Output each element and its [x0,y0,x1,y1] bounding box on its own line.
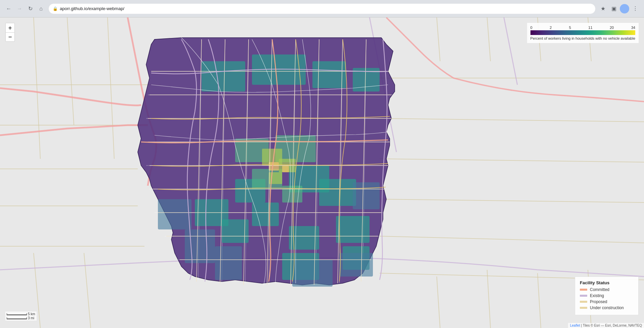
svg-rect-70 [339,253,373,277]
nav-buttons: ← → ↻ ⌂ [4,4,46,13]
svg-rect-67 [185,229,215,263]
address-bar[interactable]: 🔒 aporr.github.io/example-webmap/ [48,3,596,14]
security-icon: 🔒 [53,6,58,11]
tiles-text: | Tiles © Esri — Esri, DeLorme, NAVTEQ [581,324,642,327]
home-button[interactable]: ⌂ [36,4,46,13]
back-button[interactable]: ← [4,4,13,13]
scale-description: Percent of workers living in households … [530,36,635,40]
legend-item-proposed: Proposed [580,299,634,304]
scale-bar-lines: 5 km 3 mi [7,312,35,320]
scale-bar: 5 km 3 mi [5,312,37,321]
legend-item-committed: Committed [580,287,634,292]
existing-swatch [580,295,587,297]
scale-label-0: 0 [530,26,532,30]
leaflet-link[interactable]: Leaflet [570,324,580,327]
existing-label: Existing [590,293,604,298]
map-svg [0,17,644,328]
scale-bar-km: 5 km [7,312,35,316]
svg-rect-64 [269,162,279,171]
color-scale-bar [530,30,635,35]
zoom-controls: + − [5,23,15,42]
map-container[interactable]: + − 0 2 5 11 20 34 Percent of workers li… [0,17,644,328]
forward-button[interactable]: → [15,4,24,13]
svg-rect-68 [215,246,242,280]
extensions-button[interactable]: ▣ [609,4,618,13]
facility-legend-title: Facility Status [580,280,634,285]
scale-label-34: 34 [631,26,635,30]
zoom-out-button[interactable]: − [5,32,15,42]
attribution: Leaflet | Tiles © Esri — Esri, DeLorme, … [568,323,644,328]
svg-rect-43 [202,61,245,92]
scale-km-label: 5 km [28,312,35,316]
scale-label-20: 20 [610,26,614,30]
svg-rect-71 [353,182,380,209]
committed-label: Committed [590,287,609,292]
legend-item-under-construction: Under construction [580,305,634,310]
legend-item-existing: Existing [580,293,634,298]
menu-button[interactable]: ⋮ [631,4,640,13]
scale-label-5: 5 [569,26,571,30]
svg-rect-66 [158,199,191,229]
svg-rect-69 [292,260,333,287]
scale-mi-label: 3 mi [28,316,34,320]
scale-ruler-km [7,313,27,315]
avatar[interactable] [620,4,629,13]
svg-rect-52 [336,216,370,243]
svg-rect-45 [312,61,346,88]
under-construction-swatch [580,307,587,309]
scale-labels: 0 2 5 11 20 34 [530,26,635,30]
facility-legend: Facility Status Committed Existing Propo… [575,277,639,315]
browser-actions: ★ ▣ ⋮ [598,4,640,13]
under-construction-label: Under construction [590,305,624,310]
scale-ruler-mi [7,317,27,319]
proposed-label: Proposed [590,299,607,304]
svg-rect-51 [252,203,279,226]
url-text: aporr.github.io/example-webmap/ [60,6,124,11]
scale-bar-mi: 3 mi [7,316,35,320]
reload-button[interactable]: ↻ [26,4,35,13]
scale-label-11: 11 [588,26,592,30]
zoom-in-button[interactable]: + [5,23,15,32]
svg-rect-65 [282,166,289,172]
bookmark-button[interactable]: ★ [598,4,608,13]
committed-swatch [580,289,587,291]
scale-label-2: 2 [550,26,552,30]
proposed-swatch [580,301,587,303]
browser-chrome: ← → ↻ ⌂ 🔒 aporr.github.io/example-webmap… [0,0,644,17]
color-legend: 0 2 5 11 20 34 Percent of workers living… [527,23,639,43]
svg-rect-49 [319,179,356,206]
